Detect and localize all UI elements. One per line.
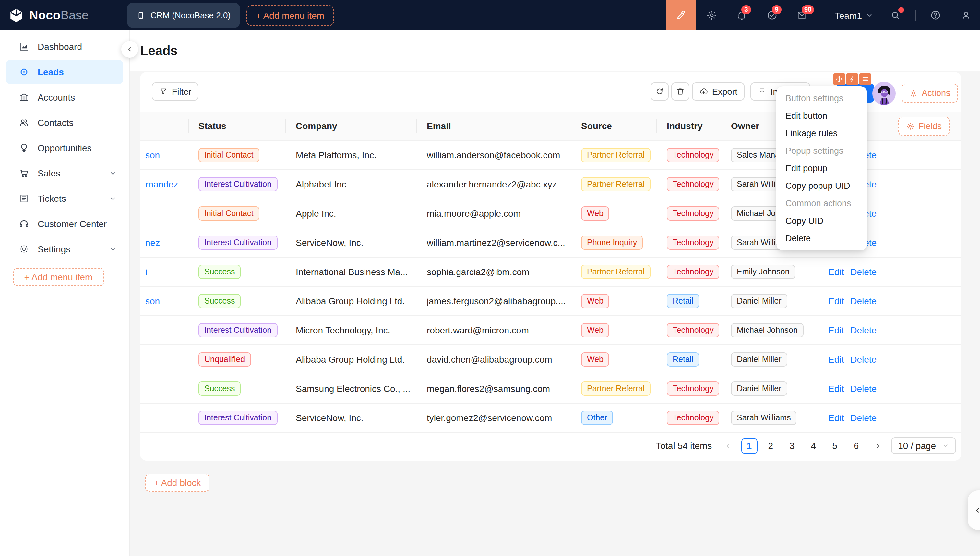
settings-gear-icon[interactable] <box>706 10 717 21</box>
sidebar-collapse-button[interactable] <box>121 41 138 58</box>
tasks-check-icon[interactable]: 9 <box>767 10 778 21</box>
cell-company: Micron Technology, Inc. <box>286 325 417 335</box>
sidebar-add-menu-item-button[interactable]: + Add menu item <box>13 268 104 286</box>
source-tag: Partner Referral <box>581 148 651 162</box>
cell-owner: Daniel Miller <box>720 352 819 367</box>
actions-button[interactable]: Actions <box>901 84 958 102</box>
right-panel-collapse-button[interactable] <box>968 490 980 530</box>
help-icon[interactable] <box>930 10 941 21</box>
bulk-delete-button[interactable] <box>671 82 689 100</box>
page-button-6[interactable]: 6 <box>848 438 864 454</box>
cell-actions: EditDelete <box>819 325 961 335</box>
record-name-link[interactable]: nez <box>145 238 160 248</box>
sidebar-item-label: Accounts <box>38 92 75 102</box>
menu-item-linkage-rules[interactable]: Linkage rules <box>777 124 867 142</box>
upload-icon <box>757 87 767 96</box>
cell-status: Success <box>188 294 286 308</box>
menu-item-popup-settings: Popup settings <box>777 142 867 160</box>
record-name-link[interactable]: rnandez <box>145 179 178 189</box>
sidebar-item-label: Opportunities <box>38 143 92 153</box>
menu-icon[interactable] <box>859 73 871 85</box>
page-button-3[interactable]: 3 <box>784 438 800 454</box>
status-tag: Success <box>199 381 241 396</box>
delete-link[interactable]: Delete <box>850 296 877 306</box>
sidebar-item-sales[interactable]: Sales <box>6 161 123 186</box>
cell-source: Partner Referral <box>571 265 656 279</box>
menu-item-copy-uid[interactable]: Copy UID <box>777 212 867 230</box>
sidebar-item-accounts[interactable]: Accounts <box>6 85 123 110</box>
edit-link[interactable]: Edit <box>828 413 844 423</box>
sidebar-item-dashboard[interactable]: Dashboard <box>6 34 123 59</box>
ui-editor-toggle-button[interactable] <box>666 0 696 31</box>
menu-item-delete[interactable]: Delete <box>777 230 867 247</box>
refresh-button[interactable] <box>651 82 669 100</box>
page-button-2[interactable]: 2 <box>762 438 778 454</box>
menu-item-copy-popup-uid[interactable]: Copy popup UID <box>777 177 867 195</box>
page-size-select[interactable]: 10 / page <box>891 437 956 454</box>
designer-toolbar <box>833 73 871 85</box>
cell-industry: Technology <box>656 411 720 425</box>
team-switcher[interactable]: Team1 <box>835 10 873 21</box>
menu-item-edit-popup[interactable]: Edit popup <box>777 160 867 177</box>
edit-link[interactable]: Edit <box>828 267 844 277</box>
status-tag: Interest Cultivation <box>199 236 277 250</box>
lightning-icon[interactable] <box>846 73 858 85</box>
delete-link[interactable]: Delete <box>850 354 877 365</box>
page-button-5[interactable]: 5 <box>827 438 843 454</box>
sidebar-item-customer-center[interactable]: Customer Center <box>6 212 123 236</box>
status-tag: Interest Cultivation <box>199 323 277 337</box>
delete-link[interactable]: Delete <box>850 267 877 277</box>
bank-icon <box>19 92 29 102</box>
cell-actions: EditDelete <box>819 413 961 423</box>
filter-button[interactable]: Filter <box>152 82 199 100</box>
user-profile-icon[interactable] <box>961 10 972 21</box>
edit-link[interactable]: Edit <box>828 383 844 394</box>
cell-owner: Daniel Miller <box>720 294 819 308</box>
export-button[interactable]: Export <box>692 82 744 100</box>
status-tag: Interest Cultivation <box>199 411 277 425</box>
record-name-link[interactable]: son <box>145 296 160 306</box>
navbar-add-menu-item-button[interactable]: + Add menu item <box>246 5 334 26</box>
edit-link[interactable]: Edit <box>828 354 844 365</box>
sidebar-item-label: Customer Center <box>38 219 107 229</box>
industry-tag: Retail <box>667 294 699 308</box>
page-button-1[interactable]: 1 <box>741 438 757 454</box>
delete-link[interactable]: Delete <box>850 383 877 394</box>
page-button-4[interactable]: 4 <box>805 438 822 454</box>
sidebar-menu: DashboardLeadsAccountsContactsOpportunit… <box>0 34 129 262</box>
edit-link[interactable]: Edit <box>828 296 844 306</box>
prev-page-button[interactable] <box>720 438 736 454</box>
next-page-button[interactable] <box>869 438 886 454</box>
status-tag: Unqualified <box>199 352 251 367</box>
delete-link[interactable]: Delete <box>850 325 877 335</box>
tab-crm[interactable]: CRM (NocoBase 2.0) <box>127 3 240 28</box>
cell-name: son <box>140 296 188 306</box>
cell-source: Web <box>571 294 656 308</box>
cube-logo-icon <box>8 7 25 24</box>
search-icon[interactable] <box>890 10 901 21</box>
source-tag: Web <box>581 206 609 221</box>
cell-company: Alphabet Inc. <box>286 179 417 189</box>
source-tag: Partner Referral <box>581 265 651 279</box>
notifications-bell-icon[interactable]: 3 <box>736 10 747 21</box>
fields-button[interactable]: Fields <box>898 117 949 136</box>
sidebar-item-settings[interactable]: Settings <box>6 237 123 262</box>
record-name-link[interactable]: son <box>145 150 160 160</box>
record-name-link[interactable]: i <box>145 267 147 277</box>
sidebar-item-contacts[interactable]: Contacts <box>6 110 123 135</box>
drag-move-icon[interactable] <box>833 73 845 85</box>
contacts-icon <box>19 118 29 128</box>
messages-mail-icon[interactable]: 98 <box>796 10 807 21</box>
avatar[interactable] <box>872 82 896 105</box>
sidebar-item-tickets[interactable]: Tickets <box>6 186 123 211</box>
sidebar-item-leads[interactable]: Leads <box>6 60 123 84</box>
target-icon <box>19 67 29 77</box>
add-block-button[interactable]: + Add block <box>145 474 210 492</box>
menu-item-edit-button[interactable]: Edit button <box>777 107 867 124</box>
sidebar-item-opportunities[interactable]: Opportunities <box>6 136 123 160</box>
delete-link[interactable]: Delete <box>850 413 877 423</box>
edit-link[interactable]: Edit <box>828 325 844 335</box>
menu-item-button-settings: Button settings <box>777 89 867 107</box>
gear-icon <box>906 122 914 130</box>
nocobase-logo[interactable]: NocoBase <box>0 7 127 24</box>
